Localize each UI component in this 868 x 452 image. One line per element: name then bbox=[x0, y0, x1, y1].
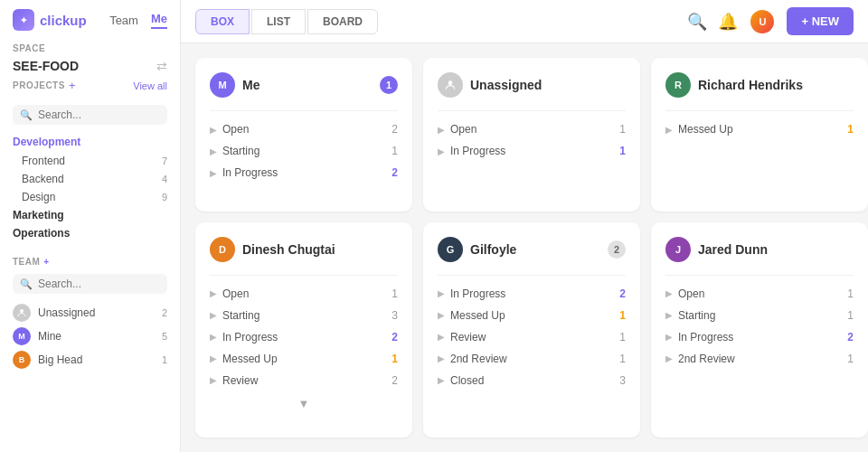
card-dinesh-messup[interactable]: ▶Messed Up 1 bbox=[210, 348, 398, 370]
avatar-bighead: B bbox=[13, 351, 31, 369]
card-row-open[interactable]: ▶Open 2 bbox=[210, 118, 398, 140]
sidebar-items-list: Frontend 7 Backend 4 Design 9 bbox=[0, 152, 180, 206]
app-name: clickup bbox=[40, 13, 87, 28]
collapse-icon[interactable]: ⇄ bbox=[156, 59, 167, 73]
card-row-inprogress[interactable]: ▶In Progress 2 bbox=[210, 162, 398, 184]
card-badge-me: 1 bbox=[380, 76, 398, 94]
projects-label: PROJECTS + bbox=[13, 79, 76, 92]
sidebar-item-operations[interactable]: Operations bbox=[0, 224, 180, 242]
view-tabs: BOX LIST BOARD bbox=[195, 9, 378, 34]
card-gilfoyle-messup[interactable]: ▶Messed Up 1 bbox=[438, 305, 626, 326]
avatar-unassigned bbox=[13, 304, 31, 322]
team-tab[interactable]: Team bbox=[109, 14, 138, 27]
card-badge-gilfoyle: 2 bbox=[608, 240, 626, 259]
notifications-icon[interactable]: 🔔 bbox=[718, 12, 738, 32]
team-search: 🔍 bbox=[13, 274, 167, 294]
svg-point-1 bbox=[448, 80, 453, 85]
card-richard-messup[interactable]: ▶Messed Up 1 bbox=[665, 118, 854, 140]
avatar-richard: R bbox=[665, 72, 691, 98]
board-grid: M Me 1 ▶Open 2 ▶Starting 1 ▶In Progress … bbox=[195, 58, 868, 438]
team-section: TEAM + 🔍 Unassigned 2 M Mine 5 bbox=[0, 250, 180, 372]
sidebar: ✦ clickup Team Me SPACE SEE-FOOD ⇄ PROJE… bbox=[0, 0, 181, 452]
card-gilfoyle-review[interactable]: ▶Review 1 bbox=[438, 326, 626, 348]
add-project-icon[interactable]: + bbox=[69, 79, 76, 92]
card-jared-open[interactable]: ▶Open 1 bbox=[665, 283, 854, 305]
team-search-icon: 🔍 bbox=[20, 278, 33, 290]
tab-list[interactable]: LIST bbox=[251, 9, 306, 34]
avatar-gilfoyle: G bbox=[438, 237, 463, 262]
topbar-right: 🔍 🔔 U + NEW bbox=[687, 7, 854, 35]
logo-icon: ✦ bbox=[13, 9, 34, 31]
sidebar-item-marketing[interactable]: Marketing bbox=[0, 206, 180, 224]
new-button[interactable]: + NEW bbox=[787, 7, 854, 35]
svg-point-0 bbox=[20, 309, 24, 313]
tab-board[interactable]: BOARD bbox=[307, 9, 378, 34]
projects-section: PROJECTS + View all bbox=[0, 79, 180, 101]
avatar-unassigned-card bbox=[438, 72, 463, 98]
card-jared: J Jared Dunn ▶Open 1 ▶Starting 1 ▶In Pro… bbox=[651, 222, 868, 438]
team-member-unassigned[interactable]: Unassigned 2 bbox=[0, 301, 180, 325]
tab-box[interactable]: BOX bbox=[195, 9, 250, 34]
project-search: 🔍 bbox=[13, 105, 167, 125]
card-dinesh-review[interactable]: ▶Review 2 bbox=[210, 370, 398, 391]
card-unassigned-open[interactable]: ▶Open 1 bbox=[438, 118, 626, 140]
card-row-starting[interactable]: ▶Starting 1 bbox=[210, 140, 398, 162]
avatar-mine: M bbox=[13, 327, 31, 345]
search-input[interactable] bbox=[38, 108, 160, 121]
sidebar-item-design[interactable]: Design 9 bbox=[0, 188, 180, 206]
team-search-input[interactable] bbox=[38, 278, 160, 290]
sidebar-item-backend[interactable]: Backend 4 bbox=[0, 170, 180, 188]
card-richard: R Richard Hendriks ▶Messed Up 1 bbox=[651, 58, 868, 212]
card-dinesh-open[interactable]: ▶Open 1 bbox=[210, 283, 398, 305]
app-logo: ✦ clickup bbox=[13, 9, 87, 31]
sidebar-item-frontend[interactable]: Frontend 7 bbox=[0, 152, 180, 170]
search-icon[interactable]: 🔍 bbox=[687, 12, 707, 32]
team-member-bighead[interactable]: B Big Head 1 bbox=[0, 348, 180, 372]
space-label: SPACE bbox=[13, 43, 167, 53]
card-jared-inprogress[interactable]: ▶In Progress 2 bbox=[665, 326, 854, 348]
card-me: M Me 1 ▶Open 2 ▶Starting 1 ▶In Progress … bbox=[195, 58, 412, 212]
card-unassigned-inprogress[interactable]: ▶In Progress 1 bbox=[438, 140, 626, 162]
card-gilfoyle-inprogress[interactable]: ▶In Progress 2 bbox=[438, 283, 626, 305]
card-gilfoyle-2ndreview[interactable]: ▶2nd Review 1 bbox=[438, 348, 626, 370]
sidebar-top: ✦ clickup Team Me bbox=[0, 0, 180, 36]
avatar-jared: J bbox=[665, 237, 691, 262]
user-avatar[interactable]: U bbox=[749, 8, 776, 35]
card-unassigned: Unassigned ▶Open 1 ▶In Progress 1 bbox=[423, 58, 640, 212]
card-dinesh-starting[interactable]: ▶Starting 3 bbox=[210, 305, 398, 326]
team-member-mine[interactable]: M Mine 5 bbox=[0, 325, 180, 348]
space-section: SPACE SEE-FOOD ⇄ bbox=[0, 36, 180, 79]
card-dinesh-inprogress[interactable]: ▶In Progress 2 bbox=[210, 326, 398, 348]
main-content: BOX LIST BOARD 🔍 🔔 U + NEW M Me 1 bbox=[181, 0, 868, 452]
board-area: M Me 1 ▶Open 2 ▶Starting 1 ▶In Progress … bbox=[181, 43, 868, 452]
topbar: BOX LIST BOARD 🔍 🔔 U + NEW bbox=[181, 0, 868, 43]
avatar-dinesh: D bbox=[210, 237, 235, 262]
view-all-button[interactable]: View all bbox=[133, 80, 167, 91]
space-name: SEE-FOOD bbox=[13, 59, 79, 73]
add-team-icon[interactable]: + bbox=[43, 257, 49, 267]
card-gilfoyle-closed[interactable]: ▶Closed 3 bbox=[438, 370, 626, 391]
card-jared-2ndreview[interactable]: ▶2nd Review 1 bbox=[665, 348, 854, 370]
card-gilfoyle: G Gilfoyle 2 ▶In Progress 2 ▶Messed Up 1… bbox=[423, 222, 640, 438]
team-label: TEAM + bbox=[13, 257, 50, 267]
card-jared-starting[interactable]: ▶Starting 1 bbox=[665, 305, 854, 326]
development-group[interactable]: Development bbox=[0, 132, 180, 152]
card-dinesh: D Dinesh Chugtai ▶Open 1 ▶Starting 3 ▶In… bbox=[195, 222, 412, 438]
search-icon: 🔍 bbox=[20, 109, 33, 121]
expand-button-dinesh[interactable]: ▼ bbox=[210, 397, 398, 410]
me-tab[interactable]: Me bbox=[151, 12, 167, 29]
avatar-me: M bbox=[210, 72, 235, 98]
